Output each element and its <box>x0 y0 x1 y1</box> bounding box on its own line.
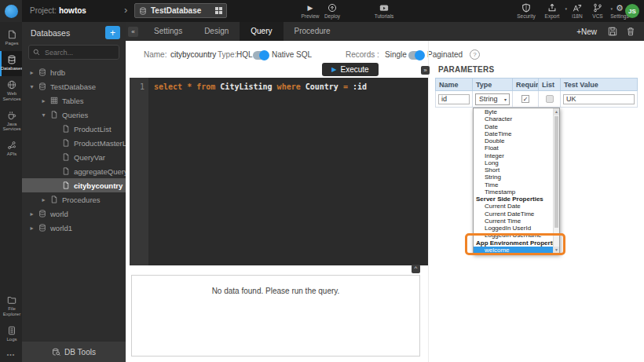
rail-item-web-services[interactable]: Web Services <box>0 76 22 107</box>
database-selector[interactable]: TestDatabase <box>134 3 227 18</box>
editor-code[interactable]: select * from CityListing where Country … <box>148 78 367 265</box>
type-option-native-sql[interactable]: Native SQL <box>272 50 312 59</box>
dropdown-scrollbar[interactable]: ▲ ▼ <box>553 108 559 254</box>
user-avatar[interactable]: JS <box>625 4 639 18</box>
tab-query[interactable]: Query <box>240 22 283 41</box>
wavemaker-logo-icon[interactable] <box>0 0 22 22</box>
logo-circle <box>5 5 18 18</box>
collapse-sidebar-button[interactable]: « <box>128 27 138 37</box>
expand-panel-button[interactable]: » <box>421 66 430 75</box>
search-input[interactable] <box>43 48 115 57</box>
list-checkbox[interactable] <box>546 95 554 103</box>
search-box[interactable] <box>28 45 119 60</box>
dropdown-option-Time[interactable]: Time <box>474 181 553 188</box>
editor-collapse-button[interactable]: ^ <box>412 265 420 273</box>
security-button[interactable]: Security <box>513 3 540 19</box>
tree-item-ProductMasterList[interactable]: ProductMasterList <box>22 136 126 150</box>
parameters-panel: » PARAMETERS NameTypeRequiredListTest Va… <box>428 41 644 362</box>
type-option-hql[interactable]: HQL <box>236 50 253 59</box>
rail-item-java-services[interactable]: Java Services <box>0 107 22 137</box>
tree-item-QueryVar[interactable]: QueryVar <box>22 150 126 164</box>
param-name-input[interactable] <box>438 94 470 104</box>
sql-editor[interactable]: 1 select * from CityListing where Countr… <box>130 78 428 265</box>
new-query-button[interactable]: +New <box>576 27 597 36</box>
dropdown-option-Timestamp[interactable]: Timestamp <box>474 188 553 196</box>
dropdown-option-Float[interactable]: Float <box>474 144 553 152</box>
expander-down-icon[interactable]: ▾ <box>40 112 47 119</box>
records-option-single[interactable]: Single <box>385 50 407 59</box>
tab-design[interactable]: Design <box>193 22 240 41</box>
dropdown-option-App Environment Properties[interactable]: App Environment Properties <box>474 240 553 247</box>
records-toggle[interactable] <box>408 51 424 60</box>
tree-item-ProductList[interactable]: ProductList <box>22 122 126 136</box>
rail-item-logs[interactable]: Logs <box>0 322 22 347</box>
shield-icon <box>521 3 531 13</box>
expander-right-icon[interactable]: ▸ <box>40 97 47 104</box>
tree-item-world1[interactable]: ▸world1 <box>22 221 126 235</box>
dropdown-option-Byte[interactable]: Byte <box>474 108 553 115</box>
name-label: Name: <box>144 50 166 59</box>
expander-down-icon[interactable]: ▾ <box>28 83 35 90</box>
dropdown-option-Long[interactable]: Long <box>474 159 553 166</box>
deploy-button[interactable]: Deploy <box>319 3 346 19</box>
dropdown-option-Server Side Properties[interactable]: Server Side Properties <box>474 196 553 203</box>
scroll-up-icon[interactable]: ▲ <box>554 108 559 115</box>
query-content: Name: citybycountry Type: HQL Native SQL… <box>126 41 644 362</box>
rail-item-pages[interactable]: Pages <box>0 26 22 51</box>
dropdown-option-LoggedIn UserId[interactable]: LoggedIn UserId <box>474 225 553 232</box>
tree-item-Procedures[interactable]: ▸Procedures <box>22 192 126 207</box>
delete-icon[interactable] <box>626 27 635 36</box>
tree-item-Tables[interactable]: ▸Tables <box>22 93 126 108</box>
dropdown-option-Double[interactable]: Double <box>474 137 553 144</box>
dropdown-option-LoggedIn Username[interactable]: LoggedIn Username <box>474 232 553 239</box>
tree-item-label: citybycountry <box>74 181 123 190</box>
expander-right-icon[interactable]: ▸ <box>28 225 35 232</box>
tree-item-aggregateQuery[interactable]: aggregateQuery <box>22 164 126 178</box>
pages-icon <box>7 30 16 39</box>
tutorials-button[interactable]: Tutorials <box>371 3 397 19</box>
execute-button[interactable]: ▶ Execute <box>322 63 379 76</box>
dropdown-option-Date[interactable]: Date <box>474 123 553 130</box>
expander-right-icon[interactable]: ▸ <box>28 69 35 76</box>
tree-item-hrdb[interactable]: ▸hrdb <box>22 65 126 79</box>
execute-label: Execute <box>341 65 369 74</box>
required-checkbox[interactable]: ✓ <box>521 95 529 103</box>
dropdown-option-Character[interactable]: Character <box>474 115 553 122</box>
param-test-value-input[interactable] <box>563 94 635 104</box>
tree-item-citybycountry[interactable]: citybycountry <box>22 178 126 192</box>
parameters-table: NameTypeRequiredListTest Value String ▾ … <box>435 78 638 108</box>
dropdown-option-String[interactable]: String <box>474 174 553 181</box>
tree-item-TestDatabase[interactable]: ▾TestDatabase <box>22 79 126 93</box>
scroll-down-icon[interactable]: ▼ <box>554 247 559 254</box>
param-type-select[interactable]: String ▾ <box>475 93 510 105</box>
tree-item-world[interactable]: ▸world <box>22 207 126 221</box>
file-icon <box>62 139 71 147</box>
tab-procedure[interactable]: Procedure <box>284 22 342 41</box>
rail-item-databases[interactable]: Databases <box>0 51 22 76</box>
param-column-Name: Name <box>435 78 473 91</box>
play-icon: ▶ <box>308 3 313 13</box>
add-database-button[interactable]: + <box>105 26 120 39</box>
db-tools-button[interactable]: DB Tools <box>22 342 126 362</box>
more-menu-button[interactable]: ••• <box>0 347 22 362</box>
dropdown-option-welcome[interactable]: welcome <box>474 247 553 254</box>
tree-item-Queries[interactable]: ▾Queries <box>22 108 126 122</box>
export-button[interactable]: Export ▾ <box>539 3 565 19</box>
dropdown-option-Current DateTime[interactable]: Current DateTime <box>474 210 553 218</box>
video-icon <box>379 3 389 13</box>
save-icon[interactable] <box>608 27 617 36</box>
expander-right-icon[interactable]: ▸ <box>40 196 47 203</box>
scrollbar-thumb[interactable] <box>554 116 558 228</box>
dropdown-option-Integer[interactable]: Integer <box>474 152 553 159</box>
rail-item-file-explorer[interactable]: File Explorer <box>0 291 22 322</box>
type-toggle[interactable] <box>253 51 269 60</box>
expander-right-icon[interactable]: ▸ <box>28 210 35 218</box>
rail-item-apis[interactable]: APIs <box>0 137 22 162</box>
dropdown-option-DateTime[interactable]: DateTime <box>474 130 553 137</box>
dropdown-option-Current Date[interactable]: Current Date <box>474 203 553 210</box>
dropdown-option-Current Time[interactable]: Current Time <box>474 218 553 225</box>
tab-settings[interactable]: Settings <box>143 22 193 41</box>
dropdown-option-Short[interactable]: Short <box>474 166 553 174</box>
rail-label: Pages <box>4 41 19 46</box>
api-icon <box>7 141 16 150</box>
